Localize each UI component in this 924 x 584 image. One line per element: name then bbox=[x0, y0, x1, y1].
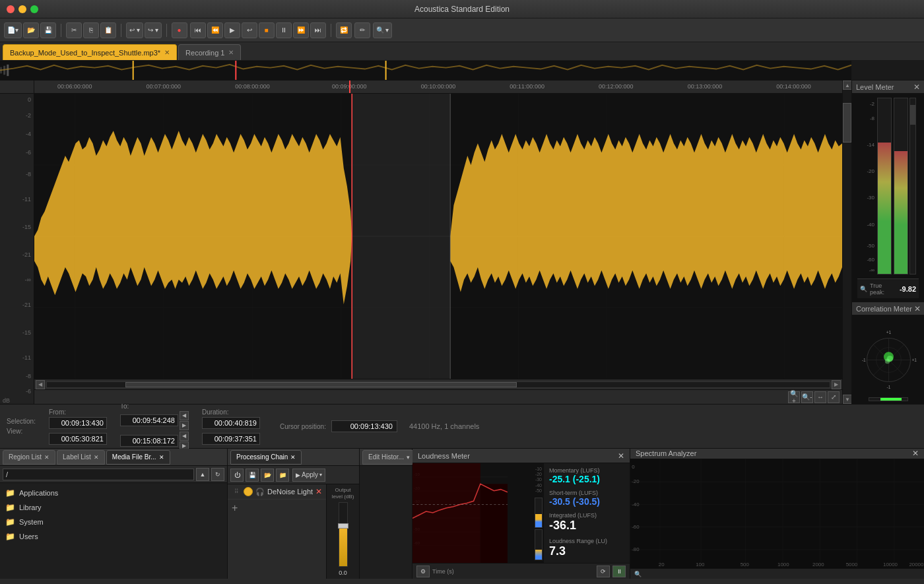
rewind-button[interactable]: ⏪ bbox=[207, 22, 223, 38]
vertical-scrollbar[interactable]: ▲ ▼ bbox=[842, 81, 851, 404]
proc-drag-handle[interactable]: ⠿ bbox=[232, 487, 241, 496]
loudness-reset-btn[interactable]: ⟳ bbox=[597, 566, 610, 577]
goto-start-button[interactable]: ⏮ bbox=[190, 22, 206, 38]
copy-button[interactable]: ⎘ bbox=[83, 22, 99, 38]
proc-save-as-btn[interactable]: 📁 bbox=[276, 469, 289, 482]
file-item-label: Applications bbox=[19, 489, 58, 497]
zoom-expand-button[interactable]: ⤢ bbox=[828, 391, 840, 403]
proc-delete-btn[interactable]: ✕ bbox=[315, 487, 322, 496]
scroll-down-arrow[interactable]: ▼ bbox=[843, 395, 852, 404]
vert-scroll-track[interactable] bbox=[843, 90, 851, 395]
file-item-applications[interactable]: 📁 Applications bbox=[0, 486, 227, 500]
minimize-button[interactable] bbox=[18, 5, 26, 13]
correlation-panel: Correlation Meter ✕ bbox=[852, 302, 924, 404]
nav-refresh-button[interactable]: ↻ bbox=[211, 468, 224, 481]
loudness-settings-btn[interactable]: ⚙ bbox=[416, 566, 430, 577]
pause-button[interactable]: ⏸ bbox=[276, 22, 292, 38]
output-level-track[interactable] bbox=[339, 502, 348, 567]
tab-label-close[interactable]: ✕ bbox=[94, 454, 99, 461]
draw-button[interactable]: ✏ bbox=[354, 22, 370, 38]
tab-edit-history[interactable]: Edit Histor... ▾ bbox=[362, 450, 416, 465]
tab-label-list[interactable]: Label List ✕ bbox=[57, 450, 105, 465]
svg-rect-54 bbox=[630, 459, 924, 568]
proc-save-btn[interactable]: 💾 bbox=[246, 469, 259, 482]
tab-recording[interactable]: Recording 1 ✕ bbox=[178, 44, 241, 60]
tab-close-recording[interactable]: ✕ bbox=[228, 49, 234, 56]
waveform-container[interactable]: 00:06:00:000 00:07:00:000 00:08:00:000 0… bbox=[34, 81, 842, 404]
tab-label: Backup_Mode_Used_to_Inspect_Shuttle.mp3* bbox=[10, 49, 160, 57]
waveform-area[interactable] bbox=[34, 94, 842, 379]
tab-processing-chain[interactable]: Processing Chain ✕ bbox=[230, 450, 302, 465]
correlation-svg: +1 -1 -1 +1 bbox=[861, 329, 917, 391]
zoom-out-button[interactable]: 🔍- bbox=[801, 391, 813, 403]
loop-button[interactable]: 🔁 bbox=[336, 22, 352, 38]
stop-button[interactable]: ■ bbox=[259, 22, 275, 38]
play-selection-button[interactable]: ↩ bbox=[242, 22, 257, 38]
level-meter-close[interactable]: ✕ bbox=[913, 82, 920, 92]
spectrum-close[interactable]: ✕ bbox=[912, 449, 919, 458]
scroll-up-arrow[interactable]: ▲ bbox=[843, 81, 852, 90]
nav-up-button[interactable]: ▲ bbox=[196, 468, 209, 481]
proc-enable-toggle[interactable] bbox=[244, 487, 253, 496]
ff-button[interactable]: ⏩ bbox=[293, 22, 309, 38]
open-button[interactable]: 📂 bbox=[23, 22, 39, 38]
to-prev-btn[interactable]: ◀ bbox=[180, 411, 189, 420]
maximize-button[interactable] bbox=[30, 5, 38, 13]
selection-to-input[interactable] bbox=[120, 414, 178, 426]
file-item-library[interactable]: 📁 Library bbox=[0, 500, 227, 515]
loudness-pause-btn[interactable]: ⏸ bbox=[612, 566, 626, 577]
tab-close-backup[interactable]: ✕ bbox=[164, 49, 170, 56]
tab-region-close[interactable]: ✕ bbox=[44, 454, 50, 461]
bottom-panels: Region List ✕ Label List ✕ Media File Br… bbox=[0, 449, 924, 579]
scroll-left-arrow[interactable]: ◀ bbox=[36, 380, 45, 389]
proc-power-btn[interactable]: ⏻ bbox=[230, 469, 244, 482]
cursor-pos-input[interactable] bbox=[331, 420, 397, 432]
selection-from-input[interactable] bbox=[49, 417, 107, 429]
file-item-users[interactable]: 📁 Users bbox=[0, 529, 227, 544]
loudness-close[interactable]: ✕ bbox=[618, 451, 624, 461]
level-scroll-thumb[interactable] bbox=[910, 105, 915, 125]
new-button[interactable]: 📄▾ bbox=[4, 22, 22, 38]
file-item-system[interactable]: 📁 System bbox=[0, 515, 227, 529]
zoom-in-button[interactable]: 🔍+ bbox=[788, 391, 800, 403]
cut-button[interactable]: ✂ bbox=[66, 22, 82, 38]
scale-minus60: -60 bbox=[867, 257, 874, 263]
zoom-fit-button[interactable]: ↔ bbox=[814, 391, 826, 403]
proc-tab-close[interactable]: ✕ bbox=[290, 454, 296, 461]
redo-button[interactable]: ↪ ▾ bbox=[145, 22, 162, 38]
close-button[interactable] bbox=[7, 5, 15, 13]
tab-backup-file[interactable]: Backup_Mode_Used_to_Inspect_Shuttle.mp3*… bbox=[3, 44, 177, 60]
proc-load-btn[interactable]: 📂 bbox=[261, 469, 274, 482]
scroll-track[interactable] bbox=[46, 381, 830, 388]
correlation-close[interactable]: ✕ bbox=[914, 304, 921, 313]
magnify-button[interactable]: 🔍 ▾ bbox=[373, 22, 393, 38]
view-prev-btn[interactable]: ◀ bbox=[180, 432, 189, 441]
lbs-40: -40 bbox=[535, 483, 542, 488]
play-button[interactable]: ▶ bbox=[224, 22, 240, 38]
selection-duration-input[interactable] bbox=[202, 417, 260, 429]
save-button[interactable]: 💾 bbox=[40, 22, 56, 38]
horizontal-scrollbar[interactable]: ◀ ▶ bbox=[34, 379, 842, 389]
paste-button[interactable]: 📋 bbox=[100, 22, 116, 38]
output-level-handle[interactable] bbox=[338, 523, 348, 529]
scroll-thumb[interactable] bbox=[125, 382, 517, 387]
view-to-input[interactable] bbox=[120, 435, 178, 447]
edit-hist-expand[interactable]: ▾ bbox=[407, 454, 410, 461]
vert-scroll-thumb[interactable] bbox=[843, 103, 851, 143]
tab-region-list[interactable]: Region List ✕ bbox=[3, 450, 55, 465]
apply-button[interactable]: ▶ Apply ▾ bbox=[292, 469, 325, 482]
tab-media-close[interactable]: ✕ bbox=[159, 454, 164, 461]
to-next-btn[interactable]: ▶ bbox=[180, 421, 189, 430]
tab-media-browser[interactable]: Media File Br... ✕ bbox=[106, 450, 170, 465]
record-button[interactable]: ● bbox=[172, 22, 187, 38]
path-input[interactable] bbox=[3, 469, 194, 480]
goto-end-button[interactable]: ⏭ bbox=[310, 22, 326, 38]
edit-hist-tabs: Edit Histor... ▾ bbox=[360, 449, 412, 466]
proc-add-btn[interactable]: + bbox=[228, 500, 326, 517]
view-from-input[interactable] bbox=[49, 433, 107, 445]
scroll-right-arrow[interactable]: ▶ bbox=[832, 380, 841, 389]
level-meter-scrollbar[interactable] bbox=[909, 98, 916, 275]
view-duration-input[interactable] bbox=[202, 433, 260, 445]
mini-waveform-overview[interactable] bbox=[0, 61, 924, 81]
undo-button[interactable]: ↩ ▾ bbox=[126, 22, 143, 38]
